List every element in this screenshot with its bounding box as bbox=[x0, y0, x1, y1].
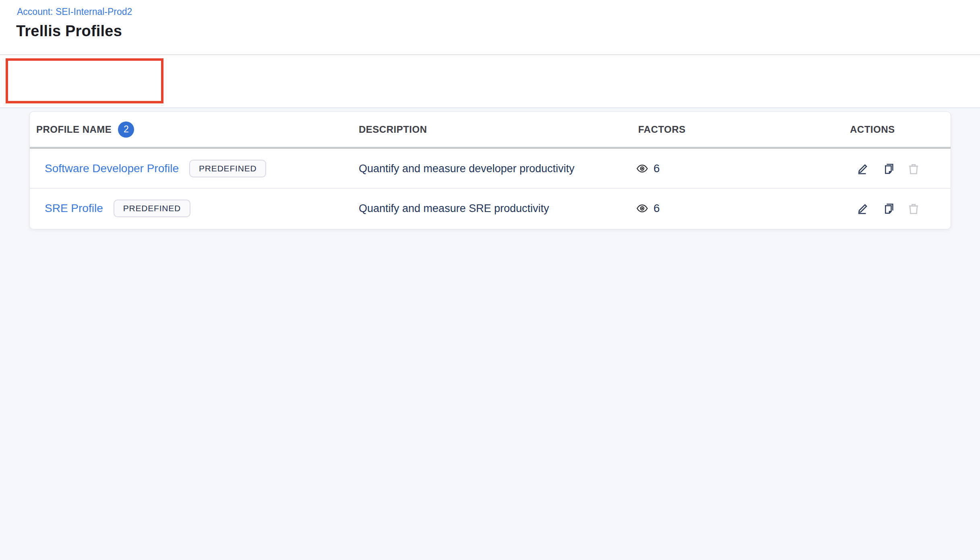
factors-count: 6 bbox=[653, 202, 660, 215]
profile-name-header-label: PROFILE NAME bbox=[36, 124, 112, 135]
page-header: Account: SEI-Internal-Prod2 Trellis Prof… bbox=[0, 0, 980, 54]
column-header-actions: ACTIONS bbox=[850, 124, 895, 135]
profile-link[interactable]: Software Developer Profile bbox=[45, 162, 179, 175]
description-text: Quantify and measure developer productiv… bbox=[359, 162, 575, 175]
trash-icon[interactable] bbox=[906, 201, 921, 216]
account-breadcrumb-link[interactable]: Account: SEI-Internal-Prod2 bbox=[17, 6, 132, 17]
page-title: Trellis Profiles bbox=[16, 23, 122, 40]
description-text: Quantify and measure SRE productivity bbox=[359, 202, 549, 214]
copy-icon[interactable] bbox=[881, 201, 895, 216]
actions-cell bbox=[856, 201, 921, 216]
predefined-badge: PREDEFINED bbox=[114, 200, 190, 217]
profile-name-cell: Software Developer Profile PREDEFINED bbox=[45, 160, 266, 177]
eye-icon bbox=[636, 162, 649, 175]
description-cell: Quantify and measure developer productiv… bbox=[359, 162, 575, 175]
table-header-row: PROFILE NAME 2 DESCRIPTION FACTORS ACTIO… bbox=[30, 112, 951, 149]
column-header-description: DESCRIPTION bbox=[359, 124, 427, 135]
factors-cell: 6 bbox=[636, 202, 660, 215]
table-row: Software Developer Profile PREDEFINED Qu… bbox=[30, 149, 951, 189]
table-row: SRE Profile PREDEFINED Quantify and meas… bbox=[30, 189, 951, 228]
copy-icon[interactable] bbox=[881, 161, 895, 176]
trash-icon[interactable] bbox=[906, 161, 921, 176]
column-header-factors: FACTORS bbox=[638, 124, 686, 135]
edit-pencil-icon[interactable] bbox=[856, 201, 870, 216]
factors-count: 6 bbox=[653, 162, 660, 175]
profile-name-cell: SRE Profile PREDEFINED bbox=[45, 200, 190, 217]
predefined-badge: PREDEFINED bbox=[189, 160, 266, 177]
actions-cell bbox=[856, 161, 921, 176]
profile-link[interactable]: SRE Profile bbox=[45, 202, 103, 215]
toolbar: New Trellis Profile bbox=[0, 55, 980, 107]
eye-icon bbox=[636, 202, 649, 215]
description-cell: Quantify and measure SRE productivity bbox=[359, 202, 549, 214]
column-header-profile-name: PROFILE NAME 2 bbox=[36, 121, 134, 138]
factors-cell: 6 bbox=[636, 162, 660, 175]
profiles-table: PROFILE NAME 2 DESCRIPTION FACTORS ACTIO… bbox=[29, 111, 951, 229]
profile-count-badge: 2 bbox=[118, 121, 134, 138]
edit-pencil-icon[interactable] bbox=[856, 161, 870, 176]
